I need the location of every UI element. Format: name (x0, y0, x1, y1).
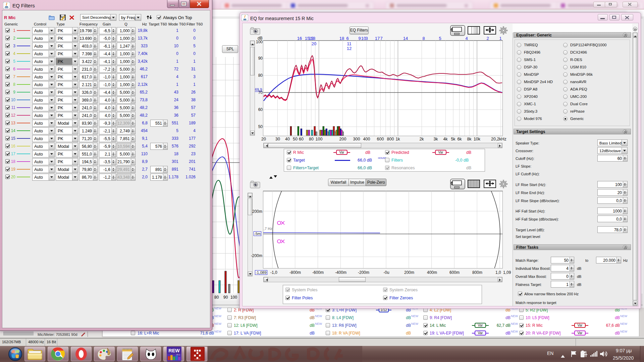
svg-text:REW: REW (168, 348, 180, 353)
svg-text:ROADKIL: ROADKIL (195, 358, 201, 360)
svg-text:,7 Hz: ,7 Hz (264, 227, 272, 231)
